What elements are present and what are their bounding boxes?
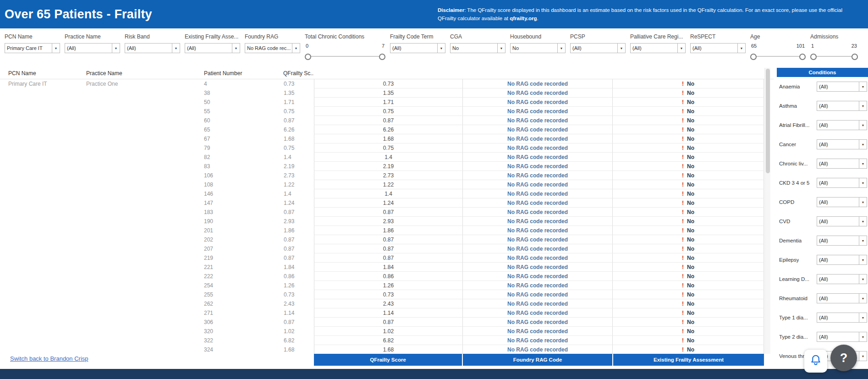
chevron-down-icon[interactable]: ▼ bbox=[617, 44, 625, 53]
filter-dropdown[interactable]: (All) ▼ bbox=[390, 43, 445, 53]
range-handle-min[interactable] bbox=[305, 54, 311, 60]
filter-dropdown[interactable]: (All) ▼ bbox=[125, 43, 180, 53]
chevron-down-icon[interactable]: ▼ bbox=[232, 44, 240, 53]
filter-dropdown[interactable]: No RAG code rec... ▼ bbox=[245, 43, 300, 53]
condition-dropdown[interactable]: (All) ▼ bbox=[817, 120, 867, 130]
table-row[interactable]: 221 1.84 1.84 No RAG code recorded ! No bbox=[0, 263, 774, 272]
condition-dropdown[interactable]: (All) ▼ bbox=[817, 82, 867, 92]
chevron-down-icon[interactable]: ▼ bbox=[859, 140, 867, 149]
table-row[interactable]: 106 2.73 2.73 No RAG code recorded ! No bbox=[0, 171, 774, 180]
range-slider[interactable] bbox=[810, 53, 858, 60]
table-row[interactable]: 255 0.73 0.73 No RAG code recorded ! No bbox=[0, 290, 774, 299]
chevron-down-icon[interactable]: ▼ bbox=[52, 44, 60, 53]
filter-dropdown[interactable]: (All) ▼ bbox=[570, 43, 626, 53]
chevron-down-icon[interactable]: ▼ bbox=[292, 44, 300, 53]
table-row[interactable]: 183 0.87 0.87 No RAG code recorded ! No bbox=[0, 208, 774, 217]
switch-back-link[interactable]: Switch back to Brandon Crisp bbox=[10, 355, 88, 362]
table-row[interactable]: 79 0.75 0.75 No RAG code recorded ! No bbox=[0, 143, 774, 153]
table-row[interactable]: 108 1.22 1.22 No RAG code recorded ! No bbox=[0, 180, 774, 189]
filter-dropdown[interactable]: No ▼ bbox=[450, 43, 505, 53]
column-header[interactable]: Practice Name bbox=[82, 70, 200, 77]
table-row[interactable]: 65 6.26 6.26 No RAG code recorded ! No bbox=[0, 125, 774, 134]
table-row[interactable]: 219 0.87 0.87 No RAG code recorded ! No bbox=[0, 253, 774, 263]
chevron-down-icon[interactable]: ▼ bbox=[677, 44, 685, 53]
range-handle-max[interactable] bbox=[799, 54, 806, 60]
table-row[interactable]: 190 2.93 2.93 No RAG code recorded ! No bbox=[0, 217, 774, 226]
table-row[interactable]: 201 1.86 1.86 No RAG code recorded ! No bbox=[0, 226, 774, 235]
table-row[interactable]: 38 1.35 1.35 No RAG code recorded ! No bbox=[0, 88, 774, 98]
condition-dropdown[interactable]: (All) ▼ bbox=[817, 255, 867, 265]
chevron-down-icon[interactable]: ▼ bbox=[859, 198, 867, 207]
condition-dropdown[interactable]: (All) ▼ bbox=[817, 313, 867, 323]
cell-pcn-name bbox=[5, 116, 82, 125]
filter-dropdown[interactable]: (All) ▼ bbox=[630, 43, 686, 53]
table-row[interactable]: 147 1.24 1.24 No RAG code recorded ! No bbox=[0, 198, 774, 208]
chevron-down-icon[interactable]: ▼ bbox=[112, 44, 120, 53]
table-row[interactable]: 324 1.68 1.68 No RAG code recorded ! No bbox=[0, 345, 774, 354]
table-row[interactable]: Primary Care IT Practice One 4 0.73 0.73… bbox=[0, 79, 774, 88]
table-row[interactable]: 67 1.68 1.68 No RAG code recorded ! No bbox=[0, 134, 774, 143]
chevron-down-icon[interactable]: ▼ bbox=[859, 82, 867, 91]
table-row[interactable]: 83 2.19 2.19 No RAG code recorded ! No bbox=[0, 162, 774, 171]
table-row[interactable]: 271 1.14 1.14 No RAG code recorded ! No bbox=[0, 308, 774, 318]
filter-dropdown[interactable]: (All) ▼ bbox=[65, 43, 120, 53]
condition-dropdown[interactable]: (All) ▼ bbox=[817, 216, 867, 226]
chat-button[interactable] bbox=[804, 350, 827, 373]
scrollbar-thumb[interactable] bbox=[766, 69, 770, 173]
range-handle-min[interactable] bbox=[750, 54, 757, 60]
table-row[interactable]: 254 1.26 1.26 No RAG code recorded ! No bbox=[0, 281, 774, 290]
column-header[interactable]: PCN Name bbox=[5, 70, 82, 77]
condition-dropdown[interactable]: (All) ▼ bbox=[817, 293, 867, 303]
table-row[interactable]: 306 0.87 0.87 No RAG code recorded ! No bbox=[0, 318, 774, 327]
chevron-down-icon[interactable]: ▼ bbox=[859, 217, 867, 226]
chevron-down-icon[interactable]: ▼ bbox=[859, 332, 867, 341]
range-slider[interactable] bbox=[750, 53, 806, 60]
chevron-down-icon[interactable]: ▼ bbox=[859, 313, 867, 322]
column-header[interactable]: QFrailty Sc.. bbox=[280, 70, 314, 77]
table-row[interactable]: 207 0.87 0.87 No RAG code recorded ! No bbox=[0, 244, 774, 253]
chevron-down-icon[interactable]: ▼ bbox=[859, 275, 867, 284]
filter-dropdown[interactable]: (All) ▼ bbox=[185, 43, 240, 53]
condition-dropdown[interactable]: (All) ▼ bbox=[817, 159, 867, 169]
filter-dropdown[interactable]: No ▼ bbox=[510, 43, 566, 53]
condition-dropdown[interactable]: (All) ▼ bbox=[817, 197, 867, 207]
chevron-down-icon[interactable]: ▼ bbox=[737, 44, 745, 53]
chevron-down-icon[interactable]: ▼ bbox=[859, 236, 867, 245]
condition-dropdown[interactable]: (All) ▼ bbox=[817, 332, 867, 342]
table-row[interactable]: 82 1.4 1.4 No RAG code recorded ! No bbox=[0, 153, 774, 162]
chevron-down-icon[interactable]: ▼ bbox=[859, 159, 867, 168]
chevron-down-icon[interactable]: ▼ bbox=[437, 44, 445, 53]
range-slider[interactable] bbox=[305, 53, 385, 60]
table-row[interactable]: 262 2.43 2.43 No RAG code recorded ! No bbox=[0, 299, 774, 308]
range-handle-min[interactable] bbox=[810, 54, 817, 60]
table-row[interactable]: 322 6.82 6.82 No RAG code recorded ! No bbox=[0, 336, 774, 345]
table-row[interactable]: 50 1.71 1.71 No RAG code recorded ! No bbox=[0, 98, 774, 107]
column-header[interactable]: Patient Number bbox=[200, 70, 280, 77]
help-button[interactable]: ? bbox=[830, 345, 857, 371]
table-row[interactable]: 60 0.87 0.87 No RAG code recorded ! No bbox=[0, 116, 774, 125]
chevron-down-icon[interactable]: ▼ bbox=[497, 44, 505, 53]
chevron-down-icon[interactable]: ▼ bbox=[859, 255, 867, 264]
filter-dropdown[interactable]: (All) ▼ bbox=[690, 43, 746, 53]
range-handle-max[interactable] bbox=[379, 54, 385, 60]
chevron-down-icon[interactable]: ▼ bbox=[859, 294, 867, 303]
table-row[interactable]: 55 0.75 0.75 No RAG code recorded ! No bbox=[0, 107, 774, 116]
table-row[interactable]: 320 1.02 1.02 No RAG code recorded ! No bbox=[0, 327, 774, 336]
table-row[interactable]: 202 0.87 0.87 No RAG code recorded ! No bbox=[0, 235, 774, 244]
chevron-down-icon[interactable]: ▼ bbox=[859, 178, 867, 187]
chevron-down-icon[interactable]: ▼ bbox=[172, 44, 180, 53]
condition-dropdown[interactable]: (All) ▼ bbox=[817, 178, 867, 188]
condition-dropdown[interactable]: (All) ▼ bbox=[817, 274, 867, 284]
chevron-down-icon[interactable]: ▼ bbox=[859, 101, 867, 110]
range-handle-max[interactable] bbox=[852, 54, 858, 60]
chevron-down-icon[interactable]: ▼ bbox=[557, 44, 565, 53]
condition-dropdown[interactable]: (All) ▼ bbox=[817, 139, 867, 149]
chevron-down-icon[interactable]: ▼ bbox=[859, 352, 867, 361]
table-row[interactable]: 146 1.4 1.4 No RAG code recorded ! No bbox=[0, 189, 774, 198]
condition-dropdown[interactable]: (All) ▼ bbox=[817, 236, 867, 246]
condition-dropdown[interactable]: (All) ▼ bbox=[817, 101, 867, 111]
table-row[interactable]: 222 0.86 0.86 No RAG code recorded ! No bbox=[0, 272, 774, 281]
filter-dropdown[interactable]: Primary Care IT ▼ bbox=[5, 43, 60, 53]
chevron-down-icon[interactable]: ▼ bbox=[859, 121, 867, 130]
vertical-scrollbar[interactable] bbox=[764, 68, 770, 354]
